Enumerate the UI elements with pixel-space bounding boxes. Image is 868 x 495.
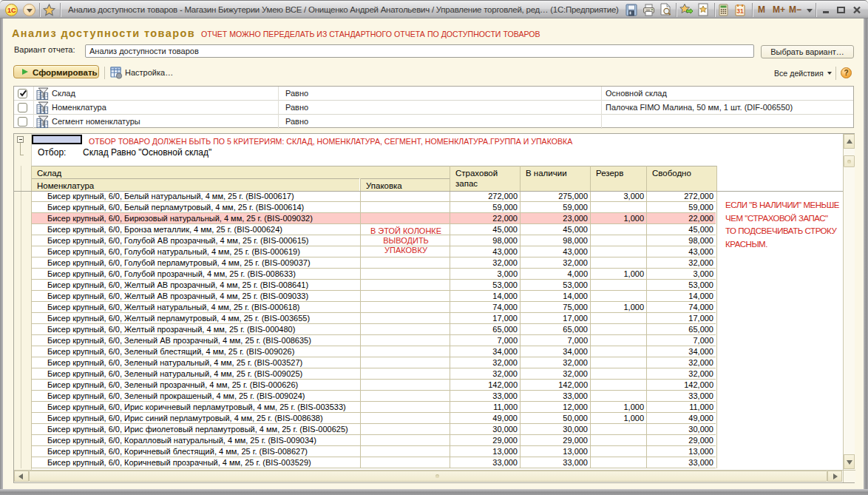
svg-text:31: 31	[736, 7, 744, 15]
